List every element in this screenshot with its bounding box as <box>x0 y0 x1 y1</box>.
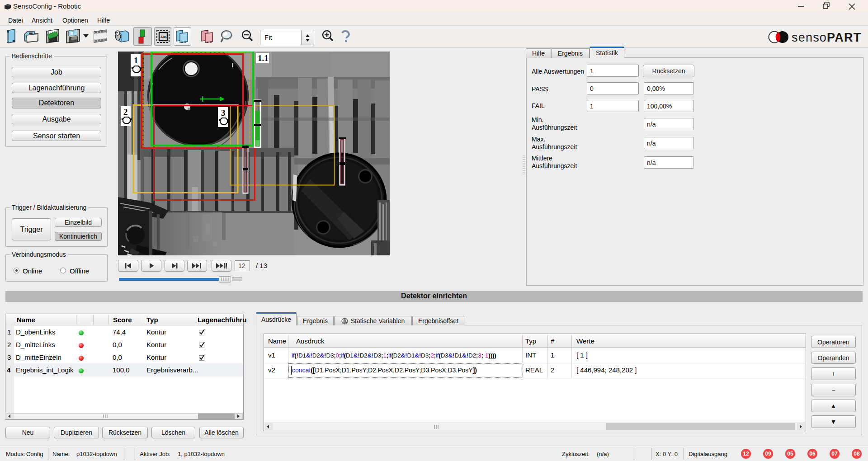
svg-text:2: 2 <box>123 107 128 117</box>
svg-text:sensoPART: sensoPART <box>792 31 861 44</box>
svg-text:ABC: ABC <box>160 35 167 38</box>
svg-text:1: 1 <box>134 56 138 65</box>
svg-text:3: 3 <box>221 108 226 118</box>
svg-text:1.1: 1.1 <box>258 53 269 63</box>
